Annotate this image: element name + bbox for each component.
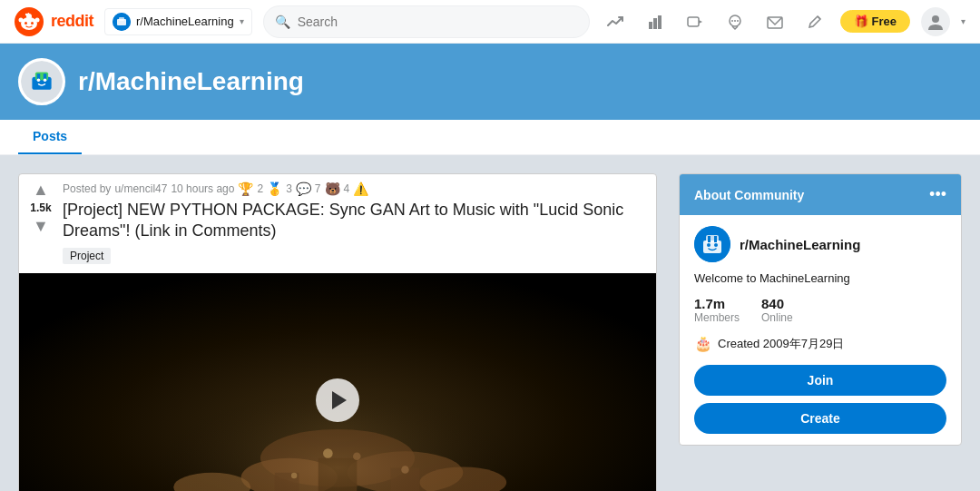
upvote-button[interactable]: ▲ <box>33 182 49 198</box>
community-identity: r/MachineLearning <box>694 226 946 262</box>
post-author[interactable]: u/mencil47 <box>114 182 167 195</box>
sidebar: About Community ••• <box>679 173 962 491</box>
svg-point-30 <box>44 78 47 82</box>
svg-point-6 <box>19 17 24 22</box>
subreddit-header: r/MachineLearning <box>0 44 980 120</box>
post-title[interactable]: [Project] NEW PYTHON PACKAGE: Sync GAN A… <box>63 200 649 242</box>
reddit-logo-icon <box>15 7 44 36</box>
post-meta: Posted by u/mencil47 10 hours ago 🏆 2 🥇 … <box>63 182 649 196</box>
vote-column: ▲ 1.5k ▼ <box>26 182 55 234</box>
chat-icon-btn[interactable] <box>720 7 750 36</box>
mail-icon-btn[interactable] <box>760 7 789 36</box>
award-icon-4: 🐻 <box>325 182 340 196</box>
post-card: ▲ 1.5k ▼ Posted by u/mencil47 10 hours a… <box>18 173 657 491</box>
community-stats: 1.7m Members 840 Online <box>694 296 946 324</box>
post-flair[interactable]: Project <box>63 248 111 264</box>
top-navigation: reddit r/MachineLearning ▾ 🔍 <box>0 0 980 44</box>
post-image[interactable] <box>19 273 656 491</box>
subreddit-icon-small <box>113 13 131 31</box>
post-content: Posted by u/mencil47 10 hours ago 🏆 2 🥇 … <box>63 182 649 270</box>
search-icon: 🔍 <box>275 15 290 29</box>
svg-rect-13 <box>653 18 657 29</box>
more-options-icon[interactable]: ••• <box>929 185 946 204</box>
svg-rect-14 <box>658 15 662 29</box>
svg-point-7 <box>35 17 40 22</box>
reddit-wordmark: reddit <box>51 12 93 31</box>
gift-icon: 🎁 <box>854 15 868 28</box>
svg-line-22 <box>818 16 820 19</box>
svg-point-19 <box>734 20 736 22</box>
search-input[interactable] <box>298 15 578 29</box>
subreddit-header-icon <box>18 58 65 105</box>
award-count-2: 3 <box>286 182 292 195</box>
subreddit-selector[interactable]: r/MachineLearning ▾ <box>104 8 252 35</box>
svg-rect-12 <box>649 22 652 29</box>
logo-area[interactable]: reddit <box>15 7 93 36</box>
award-icon-3: 💬 <box>296 182 311 196</box>
search-bar[interactable]: 🔍 <box>263 5 590 38</box>
tabs-bar: Posts <box>0 120 980 155</box>
award-count-4: 4 <box>344 182 350 195</box>
award-icon-1: 🏆 <box>238 182 253 196</box>
svg-point-51 <box>707 243 710 247</box>
about-community-body: r/MachineLearning Welcome to MachineLear… <box>680 215 961 445</box>
user-menu-chevron[interactable]: ▾ <box>961 16 965 26</box>
svg-marker-16 <box>699 20 702 24</box>
user-avatar[interactable] <box>921 7 950 36</box>
about-community-header: About Community ••• <box>680 174 961 215</box>
post-header: ▲ 1.5k ▼ Posted by u/mencil47 10 hours a… <box>19 174 656 273</box>
members-stat: 1.7m Members <box>694 296 740 324</box>
trending-icon-btn[interactable] <box>601 7 630 36</box>
award-icon-5: ⚠️ <box>353 182 368 196</box>
community-name: r/MachineLearning <box>740 237 860 252</box>
join-button[interactable]: Join <box>694 365 946 396</box>
online-label: Online <box>761 311 793 324</box>
video-icon-btn[interactable] <box>681 7 710 36</box>
free-button[interactable]: 🎁 Free <box>840 10 910 33</box>
subreddit-title: r/MachineLearning <box>78 67 304 96</box>
cake-icon: 🎂 <box>694 335 712 352</box>
nav-icons: 🎁 Free ▾ <box>601 7 965 36</box>
about-community-title: About Community <box>694 188 804 202</box>
svg-point-20 <box>737 20 739 22</box>
svg-rect-11 <box>119 17 124 21</box>
members-label: Members <box>694 311 740 324</box>
tab-posts[interactable]: Posts <box>18 120 82 154</box>
create-button[interactable]: Create <box>694 403 946 434</box>
svg-rect-50 <box>714 236 717 242</box>
svg-point-29 <box>37 78 41 82</box>
subreddit-name-nav: r/MachineLearning <box>136 15 234 28</box>
svg-point-3 <box>31 22 34 25</box>
award-count-3: 7 <box>315 182 321 195</box>
community-created: 🎂 Created 2009年7月29日 <box>694 335 946 352</box>
chevron-down-icon: ▾ <box>240 16 244 26</box>
vote-count: 1.5k <box>30 201 51 214</box>
created-date: Created 2009年7月29日 <box>718 336 844 352</box>
community-desc: Welcome to MachineLearning <box>694 271 946 285</box>
play-button[interactable] <box>316 378 359 422</box>
svg-point-23 <box>932 15 939 23</box>
edit-icon-btn[interactable] <box>800 7 829 36</box>
award-count-1: 2 <box>257 182 263 195</box>
community-icon-large <box>694 226 730 262</box>
main-content: ▲ 1.5k ▼ Posted by u/mencil47 10 hours a… <box>0 155 980 491</box>
online-count: 840 <box>761 296 793 311</box>
chart-icon-btn[interactable] <box>641 7 670 36</box>
members-count: 1.7m <box>694 296 740 311</box>
svg-point-52 <box>714 243 718 247</box>
svg-point-18 <box>731 20 733 22</box>
online-stat: 840 Online <box>761 296 793 324</box>
play-triangle-icon <box>332 391 347 409</box>
post-image-bg <box>19 273 656 491</box>
svg-point-2 <box>24 22 27 25</box>
posted-by-label: Posted by <box>63 182 111 195</box>
svg-rect-15 <box>688 17 699 26</box>
award-icon-2: 🥇 <box>267 182 282 196</box>
svg-point-1 <box>21 17 37 30</box>
posts-column: ▲ 1.5k ▼ Posted by u/mencil47 10 hours a… <box>18 173 657 491</box>
svg-rect-49 <box>708 236 710 242</box>
downvote-button[interactable]: ▼ <box>33 218 49 234</box>
post-time: 10 hours ago <box>171 182 234 195</box>
about-community-card: About Community ••• <box>679 173 962 446</box>
free-label: Free <box>872 15 897 28</box>
